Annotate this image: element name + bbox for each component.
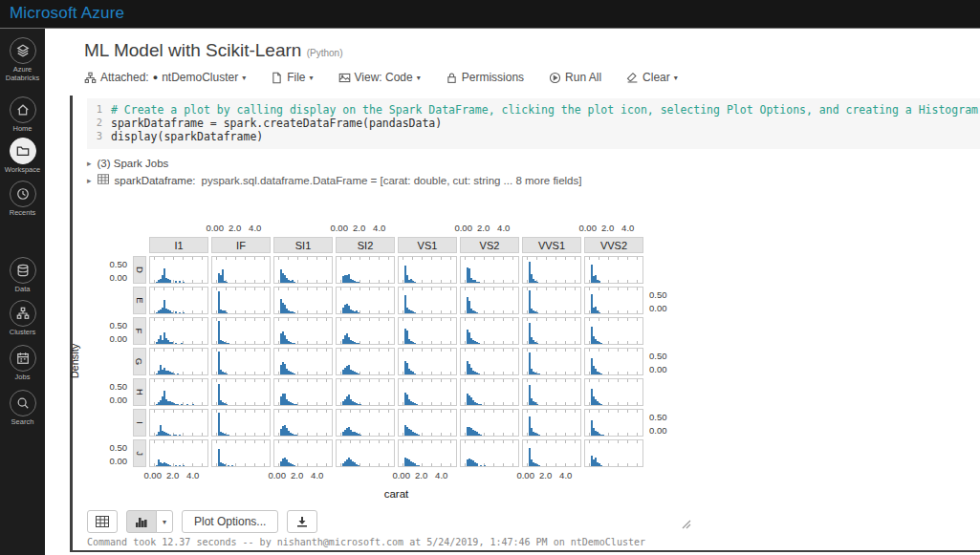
tick-mark (503, 372, 504, 374)
chart-grid: 0.002.04.00.002.04.00.002.04.00.002.04.0… (84, 223, 675, 500)
sidebar-item-home[interactable]: Home (0, 96, 45, 134)
tick-mark (637, 310, 638, 313)
histogram-panel-e-si2 (336, 287, 395, 314)
histogram-bar (359, 435, 361, 436)
tick-mark (484, 410, 485, 413)
tick-mark (359, 349, 360, 352)
tick-mark (264, 372, 265, 374)
tick-mark (493, 433, 494, 436)
clear-menu[interactable]: Clear ▾ (626, 71, 678, 84)
sidebar-item-azure-databricks[interactable]: Azure Databricks (0, 37, 45, 82)
show-chart-button[interactable] (126, 510, 157, 533)
y-tick-label: 0.50 (110, 442, 128, 453)
tick-mark (493, 440, 494, 443)
tick-mark (403, 318, 403, 321)
tick-mark (527, 463, 528, 466)
tick-mark (326, 463, 327, 466)
output-resize-handle[interactable] (682, 516, 691, 533)
histogram-bar (600, 343, 602, 344)
tick-mark (173, 379, 174, 382)
x-tick-label: 0.00 (330, 223, 348, 233)
tick-mark (154, 288, 155, 290)
tick-mark (278, 318, 279, 321)
download-button[interactable] (287, 510, 317, 533)
chart-type-dropdown-button[interactable]: ▾ (156, 510, 173, 533)
tick-mark (555, 372, 556, 374)
tick-mark (154, 280, 155, 283)
microsoft-azure-logo[interactable]: Microsoft Azure (10, 4, 124, 23)
tick-mark (264, 379, 265, 382)
tick-mark (503, 379, 504, 382)
tick-mark (450, 257, 451, 260)
tick-mark (369, 310, 370, 313)
code-editor[interactable]: 1# Create a plot by calling display on t… (87, 98, 980, 149)
tick-mark (183, 433, 184, 436)
tick-mark (202, 402, 203, 405)
spark-jobs-disclosure[interactable]: ▸ (3) Spark Jobs (87, 155, 581, 172)
view-menu[interactable]: View: Code ▾ (338, 71, 421, 84)
tick-mark (512, 463, 513, 466)
permissions-button[interactable]: Permissions (446, 71, 524, 84)
show-table-button[interactable] (87, 510, 118, 533)
histogram-panel-d-vvs2 (584, 256, 643, 284)
tick-mark (431, 379, 432, 382)
tick-mark (369, 440, 370, 443)
tick-mark (307, 257, 308, 260)
tick-mark (450, 372, 451, 374)
tick-mark (369, 288, 370, 290)
tick-mark (536, 349, 537, 352)
sidebar-item-clusters[interactable]: Clusters (0, 300, 45, 337)
histogram-panel-g-si2 (336, 348, 395, 375)
tick-mark (316, 410, 317, 413)
histogram-bar (169, 280, 171, 283)
tick-mark (340, 318, 341, 321)
tick-mark (359, 280, 360, 283)
histogram-bar (476, 463, 478, 466)
disclosure-triangle-icon: ▸ (87, 172, 92, 189)
facet-row-header-d: D (133, 256, 146, 284)
dataframe-disclosure[interactable]: ▸ sparkDataframe: pyspark.sql.dataframe.… (87, 172, 581, 189)
tick-mark (589, 433, 590, 436)
tick-mark (245, 310, 246, 313)
tick-mark (493, 372, 494, 374)
histogram-bar (226, 404, 228, 405)
tick-mark (316, 341, 317, 344)
tick-mark (202, 379, 203, 382)
tick-mark (307, 433, 308, 436)
tick-mark (326, 402, 327, 405)
tick-mark (350, 349, 351, 352)
tick-mark (326, 288, 327, 290)
sidebar-item-search[interactable]: Search (0, 390, 45, 427)
tick-mark (536, 288, 537, 290)
attached-cluster-menu[interactable]: Attached: ● ntDemoCluster ▾ (84, 71, 246, 84)
tick-mark (154, 433, 155, 436)
run-all-button[interactable]: Run All (549, 71, 601, 84)
tick-mark (450, 310, 451, 313)
tick-mark (388, 372, 389, 374)
histogram-bar (294, 374, 295, 374)
histogram-panel-i-i1 (149, 409, 208, 437)
sidebar-item-jobs[interactable]: Jobs (0, 345, 45, 382)
trellis-histogram-chart: 0.002.04.00.002.04.00.002.04.00.002.04.0… (84, 223, 675, 500)
tick-mark (512, 410, 513, 413)
tick-mark (154, 372, 155, 374)
tick-mark (307, 280, 308, 283)
tick-mark (388, 280, 389, 283)
tick-mark (264, 280, 265, 283)
tick-mark (254, 257, 255, 260)
sidebar-item-workspace[interactable]: Workspace (0, 138, 45, 175)
sidebar-item-data[interactable]: Data (0, 257, 45, 294)
tick-mark (202, 257, 203, 260)
tick-mark (288, 349, 289, 352)
tick-mark (235, 372, 236, 374)
file-menu[interactable]: File ▾ (271, 71, 313, 84)
tick-mark (340, 463, 341, 466)
tick-mark (359, 440, 360, 443)
plot-options-button[interactable]: Plot Options... (182, 510, 278, 533)
tick-mark (431, 288, 432, 290)
tick-mark (512, 440, 513, 443)
tick-mark (278, 310, 279, 313)
sidebar-item-recents[interactable]: Recents (0, 181, 45, 218)
tick-mark (403, 402, 403, 405)
tick-mark (618, 310, 619, 313)
